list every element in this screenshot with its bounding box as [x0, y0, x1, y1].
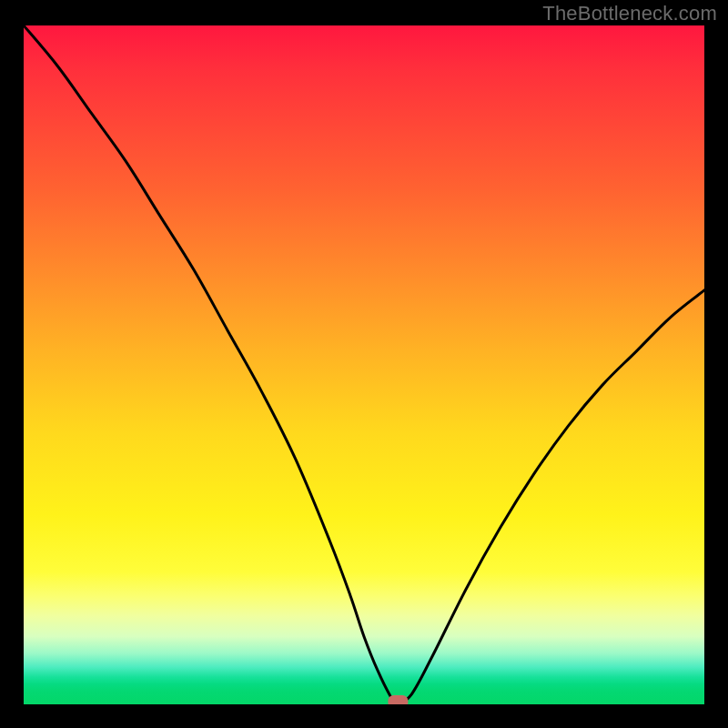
attribution-text: TheBottleneck.com	[542, 2, 717, 25]
chart-frame: TheBottleneck.com	[0, 0, 728, 728]
bottleneck-curve	[24, 25, 704, 704]
plot-area	[24, 25, 704, 704]
curve-layer	[24, 25, 704, 704]
minimum-marker	[388, 695, 408, 704]
